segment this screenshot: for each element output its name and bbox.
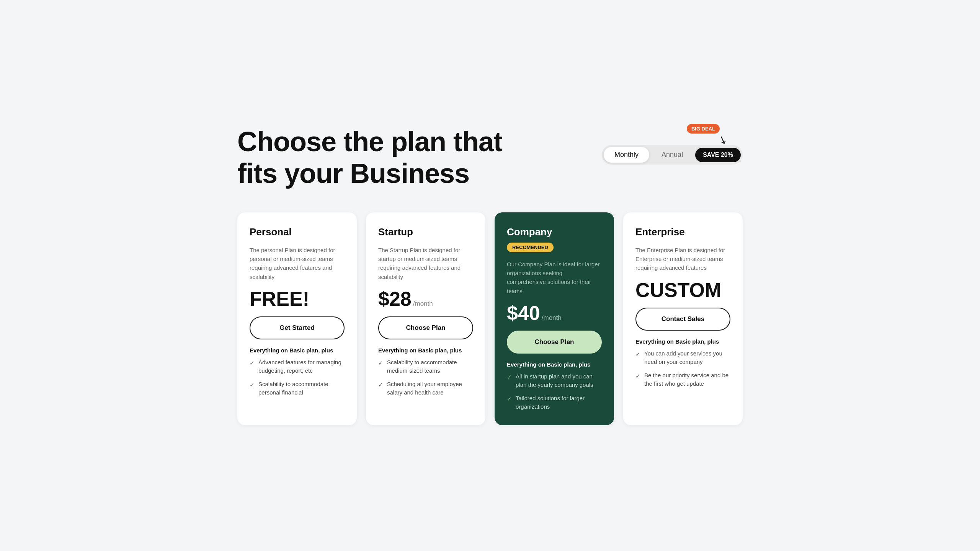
top-section: Choose the plan that fits your Business … — [237, 126, 743, 189]
plan-price-period-startup: /month — [413, 300, 433, 308]
plan-features-company: Everything on Basic plan, plus✓All in st… — [507, 361, 602, 411]
billing-toggle: Monthly Annual SAVE 20% — [602, 145, 743, 165]
feature-text-enterprise-1: Be the our priority service and be the f… — [644, 371, 730, 388]
feature-text-personal-1: Scalability to accommodate personal fina… — [258, 380, 345, 397]
plan-price-amount-startup: $28 — [378, 289, 412, 309]
feature-text-enterprise-0: You can add your services you need on yo… — [644, 349, 730, 367]
plan-cta-button-startup[interactable]: Choose Plan — [378, 316, 473, 339]
plan-price-company: $40/month — [507, 303, 602, 323]
monthly-toggle-button[interactable]: Monthly — [604, 147, 649, 163]
plan-cta-button-company[interactable]: Choose Plan — [507, 331, 602, 354]
plan-description-startup: The Startup Plan is designed for startup… — [378, 246, 473, 281]
plan-name-startup: Startup — [378, 226, 413, 238]
list-item: ✓Scheduling all your employee salary and… — [378, 380, 473, 397]
page-headline: Choose the plan that fits your Business — [237, 126, 502, 189]
plan-price-enterprise: CUSTOM — [635, 280, 730, 300]
plan-features-heading-company: Everything on Basic plan, plus — [507, 361, 602, 368]
list-item: ✓All in startup plan and you can plan th… — [507, 372, 602, 390]
plan-name-row-company: CompanyRECOMENDED — [507, 226, 602, 252]
plan-price-amount-personal: FREE! — [250, 289, 309, 309]
recommended-badge-company: RECOMENDED — [507, 243, 554, 252]
feature-text-startup-1: Scheduling all your employee salary and … — [387, 380, 473, 397]
plan-features-heading-enterprise: Everything on Basic plan, plus — [635, 338, 730, 345]
checkmark-icon: ✓ — [635, 372, 640, 381]
plan-description-company: Our Company Plan is ideal for larger org… — [507, 260, 602, 295]
page-wrapper: Choose the plan that fits your Business … — [0, 0, 980, 551]
list-item: ✓Scalability to accommodate medium-sized… — [378, 358, 473, 375]
checkmark-icon: ✓ — [378, 381, 383, 390]
plan-price-amount-company: $40 — [507, 303, 540, 323]
feature-text-startup-0: Scalability to accommodate medium-sized … — [387, 358, 473, 375]
plan-card-company: CompanyRECOMENDEDOur Company Plan is ide… — [495, 212, 614, 425]
plan-price-amount-enterprise: CUSTOM — [635, 280, 721, 300]
billing-toggle-wrapper: BIG DEAL ↘ Monthly Annual SAVE 20% — [602, 126, 743, 165]
plan-features-startup: Everything on Basic plan, plus✓Scalabili… — [378, 347, 473, 397]
plan-description-enterprise: The Enterprise Plan is designed for Ente… — [635, 246, 730, 272]
checkmark-icon: ✓ — [250, 359, 255, 368]
plan-features-enterprise: Everything on Basic plan, plus✓You can a… — [635, 338, 730, 388]
plan-features-personal: Everything on Basic plan, plus✓Advanced … — [250, 347, 345, 397]
plan-card-enterprise: EnterpriseThe Enterprise Plan is designe… — [623, 212, 743, 425]
list-item: ✓You can add your services you need on y… — [635, 349, 730, 367]
plan-name-enterprise: Enterprise — [635, 226, 685, 238]
plan-description-personal: The personal Plan is designed for person… — [250, 246, 345, 281]
list-item: ✓Advanced features for managing budgetin… — [250, 358, 345, 375]
checkmark-icon: ✓ — [507, 373, 512, 382]
list-item: ✓Tailored solutions for larger organizat… — [507, 394, 602, 411]
plans-grid: PersonalThe personal Plan is designed fo… — [237, 212, 743, 425]
feature-text-company-0: All in startup plan and you can plan the… — [516, 372, 602, 390]
checkmark-icon: ✓ — [635, 350, 640, 359]
plan-features-heading-startup: Everything on Basic plan, plus — [378, 347, 473, 354]
plan-name-personal: Personal — [250, 226, 292, 238]
plan-name-company: Company — [507, 226, 552, 238]
feature-text-company-1: Tailored solutions for larger organizati… — [516, 394, 602, 411]
checkmark-icon: ✓ — [378, 359, 383, 368]
plan-card-personal: PersonalThe personal Plan is designed fo… — [237, 212, 357, 425]
container: Choose the plan that fits your Business … — [222, 95, 758, 456]
plan-features-heading-personal: Everything on Basic plan, plus — [250, 347, 345, 354]
plan-card-startup: StartupThe Startup Plan is designed for … — [366, 212, 485, 425]
plan-price-startup: $28/month — [378, 289, 473, 309]
save-badge: SAVE 20% — [695, 148, 741, 162]
plan-price-period-company: /month — [542, 314, 562, 322]
big-deal-badge: BIG DEAL — [687, 124, 720, 134]
list-item: ✓Be the our priority service and be the … — [635, 371, 730, 388]
plan-cta-button-enterprise[interactable]: Contact Sales — [635, 308, 730, 331]
plan-name-row-personal: Personal — [250, 226, 345, 238]
feature-text-personal-0: Advanced features for managing budgeting… — [258, 358, 345, 375]
checkmark-icon: ✓ — [507, 395, 512, 404]
plan-name-row-enterprise: Enterprise — [635, 226, 730, 238]
list-item: ✓Scalability to accommodate personal fin… — [250, 380, 345, 397]
checkmark-icon: ✓ — [250, 381, 255, 390]
plan-price-personal: FREE! — [250, 289, 345, 309]
annual-toggle-button[interactable]: Annual — [651, 147, 694, 163]
plan-cta-button-personal[interactable]: Get Started — [250, 316, 345, 339]
plan-name-row-startup: Startup — [378, 226, 473, 238]
